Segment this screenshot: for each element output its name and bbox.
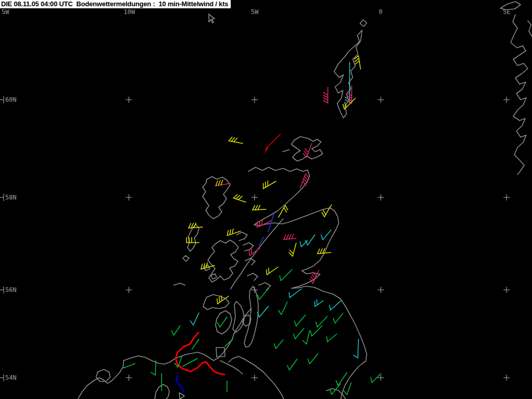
coastline-norway-coast [511,15,528,175]
coastline-barra [183,256,189,261]
lat-label: 60N [0,96,17,103]
coastline-mull [203,295,229,310]
wind-barb [229,137,243,143]
wind-barb [333,313,343,323]
wind-barb [263,181,276,189]
title-bar: DIE 08.11.05 04:00 UTC Bodenwettermeldun… [0,0,231,8]
coastline-skye [208,240,238,282]
wind-barb [295,315,305,326]
svg-text:60N: 60N [5,96,17,103]
coastline-small-isle-2 [211,274,217,279]
wind-barb [308,354,318,364]
grid-cross [126,194,132,201]
wind-barb [294,328,304,339]
coastline-kintyre [244,286,258,347]
svg-text:54N: 54N [5,374,17,381]
wind-barb [201,263,215,269]
grid-cross [378,194,384,201]
coastline-lewis-harris [203,177,230,219]
wind-barb [274,340,283,349]
wind-barb [258,288,269,299]
coastline-coast-triangle [179,393,184,399]
wind-barb [305,235,315,245]
wind-barb [327,334,337,342]
wind-barb [252,205,266,210]
coastline-ireland-coast [78,361,124,399]
coastline-west-loch-1 [236,232,247,241]
wind-flag [264,145,269,154]
wind-barb [183,358,197,366]
wind-barb [343,383,351,395]
wind-barb [227,229,241,235]
grid-cross [126,287,132,293]
wind-barb [353,339,358,358]
grid-cross [126,97,132,103]
coastline-shetland [334,30,362,118]
grid-cross [503,287,510,293]
grid-cross [503,97,510,103]
title-text: DIE 08.11.05 04:00 UTC Bodenwettermeldun… [1,0,228,8]
wind-barb [151,361,156,375]
svg-text:56N: 56N [5,286,17,294]
grid-cross [251,194,258,201]
coastline-ne-england-bit [326,389,345,399]
wind-barb [233,195,246,202]
grid-cross [126,375,132,381]
lon-label: 5E [503,8,510,16]
grid-cross [251,375,258,381]
wind-barb [287,359,297,370]
wind-barb [189,223,203,228]
lat-label: 56N [0,286,17,294]
wind-barb [278,205,288,217]
grid-cross [378,97,384,103]
wind-barb [123,364,135,368]
coastline-norway-edge [528,21,532,36]
lon-label: 5W [2,8,9,16]
coastline-shetland-north-isle [360,20,367,26]
wind-barb [329,300,341,310]
coastline-jura [233,301,244,332]
svg-text:58N: 58N [5,194,17,201]
wind-barb [321,230,331,240]
wind-barb [289,243,296,256]
weather-map-window: 5W10W5W05E60N58N56N54N DIE 08.11.05 04:0… [0,0,532,399]
wind-barb [336,373,347,385]
wind-barb [267,267,278,275]
wind-barb [278,302,287,314]
wind-barb [171,326,180,335]
blue-front [176,375,183,392]
lat-label: 54N [0,374,17,381]
coastline-great-glen [231,219,283,289]
wind-barb [311,326,322,336]
wind-barb [284,234,296,240]
grid-cross [503,375,510,381]
wind-barb [315,300,323,307]
wind-barb [190,313,199,325]
red-front [176,332,224,375]
grid-cross [251,97,258,103]
wind-barb [303,330,310,344]
wind-barb [354,56,361,69]
coastline-west-loch-4 [247,273,258,281]
wind-barb [280,270,292,281]
grid-cross [378,287,384,293]
lon-label: 5W [251,8,259,16]
wind-barb [322,205,332,217]
wind-barb [258,306,269,317]
grid-cross [503,194,510,201]
wind-barb [218,317,227,327]
lon-label: 10W [124,8,135,16]
wind-barb [264,134,281,154]
wind-barb [316,316,327,327]
coastline-solway-inner [220,361,243,374]
coastline-galloway-coast [124,309,251,364]
coastline-clyde-lochs [259,283,271,290]
lon-label: 0 [379,8,382,16]
coastline-foyle-inlet [155,384,169,399]
coastline-orkney [291,137,323,161]
wind-barb [289,289,301,298]
coastline-orkney-west [283,150,289,152]
mouse-cursor-icon [209,14,215,23]
blue-segment-2 [259,237,263,245]
wind-barb [303,143,312,157]
